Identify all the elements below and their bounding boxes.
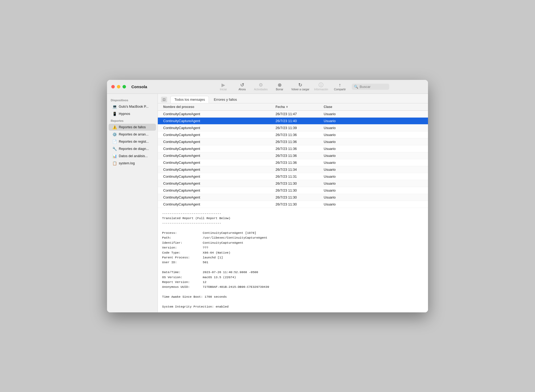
table-row[interactable]: ContinuityCaptureAgent 26/7/23 11:47 Usu… [158, 111, 428, 118]
table-row[interactable]: ContinuityCaptureAgent 26/7/23 11:30 Usu… [158, 201, 428, 208]
phone-icon: 📱 [112, 112, 117, 116]
chart-icon: 📊 [112, 154, 117, 158]
sidebar-item-diag-reports[interactable]: 🔧 Reportes de diagn... [109, 145, 156, 152]
table-row[interactable]: ContinuityCaptureAgent 26/7/23 11:36 Usu… [158, 138, 428, 145]
table-row[interactable]: ContinuityCaptureAgent 26/7/23 11:36 Usu… [158, 152, 428, 159]
td-class: Usuario [322, 166, 425, 173]
toolbar-informacion[interactable]: ⓘ Información [314, 83, 328, 91]
table-row[interactable]: ContinuityCaptureAgent 26/7/23 11:30 Usu… [158, 187, 428, 194]
td-date: 26/7/23 11:36 [273, 131, 322, 138]
sidebar-item-macbook[interactable]: 💻 Guts's MacBook P... [109, 103, 156, 110]
sort-icon: ∨ [286, 105, 288, 108]
td-class: Usuario [322, 152, 425, 159]
td-process: ContinuityCaptureAgent [161, 125, 273, 131]
toolbar-actividades-label: Actividades [254, 88, 268, 91]
td-class: Usuario [322, 201, 425, 208]
sidebar-item-log-reports[interactable]: 📄 Reportes de regist... [109, 138, 156, 145]
reload-icon: ↻ [298, 83, 302, 87]
search-input[interactable] [360, 85, 387, 89]
table-row[interactable]: ContinuityCaptureAgent 26/7/23 11:39 Usu… [158, 125, 428, 131]
sidebar-item-startup-reports[interactable]: ⚙️ Reportes de arran... [109, 131, 156, 138]
td-process: ContinuityCaptureAgent [161, 159, 273, 166]
td-date: 26/7/23 11:36 [273, 145, 322, 152]
syslog-icon: 📋 [112, 161, 117, 165]
table-header: Nombre del proceso Fecha ∨ Clase [158, 103, 428, 111]
td-process: ContinuityCaptureAgent [161, 194, 273, 201]
sidebar-toggle-button[interactable]: ⊡ [161, 97, 167, 102]
td-process: ContinuityCaptureAgent [161, 131, 273, 138]
table-body: ContinuityCaptureAgent 26/7/23 11:47 Usu… [158, 111, 428, 208]
doc-icon: 📄 [112, 139, 117, 144]
now-icon: ↺ [240, 83, 244, 87]
close-button[interactable] [111, 85, 115, 88]
tabs-bar: ⊡ Todos los mensajes Errores y fallos [158, 94, 428, 103]
td-process: ContinuityCaptureAgent [161, 201, 273, 208]
toolbar-borrar[interactable]: ⊗ Borrar [273, 83, 286, 91]
td-date: 26/7/23 11:30 [273, 194, 322, 201]
sidebar-item-hypnos[interactable]: 📱 Hypnos [109, 110, 156, 117]
search-box[interactable]: 🔍 [352, 84, 389, 90]
content-area: ⊡ Todos los mensajes Errores y fallos No… [158, 94, 428, 312]
th-date[interactable]: Fecha ∨ [273, 103, 322, 110]
sidebar-analytics-label: Datos del análisis... [119, 154, 148, 158]
tab-all-messages[interactable]: Todos los mensajes [170, 96, 209, 103]
toolbar-compartir-label: Compartir [334, 88, 346, 91]
table-row[interactable]: ContinuityCaptureAgent 26/7/23 11:31 Usu… [158, 173, 428, 180]
app-title: Consola [131, 84, 147, 89]
td-date: 26/7/23 11:34 [273, 166, 322, 173]
sidebar-startup-label: Reportes de arran... [119, 133, 148, 136]
report-area[interactable]: -------------------------------- Transla… [158, 208, 428, 312]
toolbar-informacion-label: Información [314, 88, 328, 91]
td-date: 26/7/23 11:30 [273, 180, 322, 187]
td-process: ContinuityCaptureAgent [161, 152, 273, 159]
td-process: ContinuityCaptureAgent [161, 173, 273, 180]
tool-icon: 🔧 [112, 147, 117, 151]
tab-all-messages-label: Todos los mensajes [174, 98, 205, 102]
table-row[interactable]: ContinuityCaptureAgent 26/7/23 11:30 Usu… [158, 194, 428, 201]
traffic-lights [111, 85, 126, 88]
minimize-button[interactable] [117, 85, 120, 88]
table-row[interactable]: ContinuityCaptureAgent 26/7/23 11:36 Usu… [158, 131, 428, 138]
toolbar-ahora[interactable]: ↺ Ahora [235, 83, 249, 91]
toolbar-volver[interactable]: ↻ Volver a cargar [291, 83, 309, 91]
reports-section-title: Reportes [107, 118, 158, 123]
info-icon: ⓘ [319, 83, 323, 87]
toolbar-iniciar[interactable]: ▶︎ Iniciar [216, 83, 230, 91]
table-row[interactable]: ContinuityCaptureAgent 26/7/23 11:36 Usu… [158, 145, 428, 152]
sidebar-item-analytics[interactable]: 📊 Datos del análisis... [109, 153, 156, 160]
table-row[interactable]: ContinuityCaptureAgent 26/7/23 11:40 Usu… [158, 118, 428, 125]
td-class: Usuario [322, 187, 425, 194]
td-process: ContinuityCaptureAgent [161, 180, 273, 187]
toolbar-borrar-label: Borrar [276, 88, 283, 91]
sidebar-item-syslog[interactable]: 📋 system.log [109, 160, 156, 167]
table-row[interactable]: ContinuityCaptureAgent 26/7/23 11:30 Usu… [158, 180, 428, 187]
sidebar-macbook-label: Guts's MacBook P... [119, 105, 148, 108]
td-date: 26/7/23 11:40 [273, 118, 322, 124]
tab-errors-label: Errores y fallos [214, 98, 237, 102]
warning-icon: ⚠️ [112, 125, 117, 129]
fullscreen-button[interactable] [123, 85, 126, 88]
toolbar-volver-label: Volver a cargar [291, 88, 309, 91]
table-row[interactable]: ContinuityCaptureAgent 26/7/23 11:36 Usu… [158, 159, 428, 166]
toolbar-ahora-label: Ahora [239, 88, 246, 91]
toolbar-actividades[interactable]: ⚙ Actividades [254, 83, 268, 91]
tab-errors-crashes[interactable]: Errores y fallos [210, 96, 241, 103]
startup-icon: ⚙️ [112, 132, 117, 137]
devices-section-title: Dispositivos [107, 97, 158, 103]
td-process: ContinuityCaptureAgent [161, 145, 273, 152]
td-class: Usuario [322, 145, 425, 152]
toolbar-compartir[interactable]: ↑ Compartir [333, 83, 347, 91]
td-date: 26/7/23 11:39 [273, 125, 322, 131]
activities-icon: ⚙ [259, 83, 263, 87]
sidebar-item-crash-reports[interactable]: ⚠️ Reportes de fallos [109, 124, 156, 131]
td-class: Usuario [322, 159, 425, 166]
td-date: 26/7/23 11:31 [273, 173, 322, 180]
td-date: 26/7/23 11:30 [273, 201, 322, 208]
th-process[interactable]: Nombre del proceso [161, 103, 273, 110]
sidebar-hypnos-label: Hypnos [119, 112, 130, 116]
th-class[interactable]: Clase [322, 103, 425, 110]
td-class: Usuario [322, 138, 425, 145]
table-row[interactable]: ContinuityCaptureAgent 26/7/23 11:34 Usu… [158, 166, 428, 173]
share-icon: ↑ [339, 83, 341, 87]
sidebar-diag-label: Reportes de diagn... [119, 147, 149, 151]
